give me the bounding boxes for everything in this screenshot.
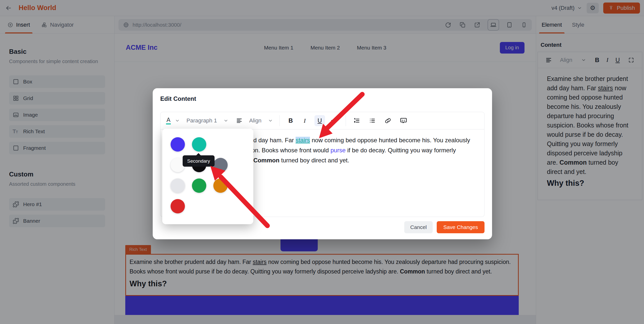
- color-picker-popup: Secondary: [162, 129, 253, 224]
- color-swatch-grid: [162, 129, 253, 213]
- cancel-button[interactable]: Cancel: [404, 221, 433, 233]
- bullet-list-icon[interactable]: [368, 115, 377, 126]
- modal-title: Edit Content: [160, 95, 196, 102]
- toolbar-divider: [279, 115, 280, 126]
- code-button[interactable]: <>: [331, 115, 339, 126]
- chevron-down-icon: [223, 118, 228, 123]
- paragraph-style-label[interactable]: Paragraph 1: [186, 117, 217, 124]
- color-swatch-primary-blue[interactable]: [171, 137, 185, 152]
- align-lines-icon: [236, 117, 243, 124]
- italic-button[interactable]: I: [300, 115, 309, 126]
- link-icon[interactable]: [384, 115, 392, 126]
- color-swatch-gray[interactable]: [213, 158, 228, 172]
- color-swatch-red[interactable]: [171, 199, 185, 213]
- underline-button-active[interactable]: U: [314, 115, 325, 126]
- text-color-button[interactable]: A: [166, 117, 180, 124]
- color-swatch-green[interactable]: [192, 178, 206, 193]
- bold-button[interactable]: B: [286, 115, 295, 126]
- chevron-down-icon: [268, 118, 273, 123]
- color-swatch-light-gray[interactable]: [171, 178, 185, 193]
- toolbar-divider: [346, 115, 346, 126]
- page-builder-app: Hello World v4 (Draft) ⚙ Publish Insert …: [0, 0, 644, 324]
- chevron-down-icon: [175, 118, 180, 123]
- ordered-list-icon[interactable]: [352, 115, 361, 126]
- align-dropdown-label[interactable]: Align: [249, 117, 261, 124]
- color-tooltip: Secondary: [183, 155, 215, 167]
- color-swatch-secondary-teal[interactable]: [192, 137, 206, 152]
- color-swatch-orange[interactable]: [213, 178, 228, 193]
- editor-toolbar: A Paragraph 1 Align B I U <>: [160, 112, 485, 129]
- save-changes-button[interactable]: Save Changes: [437, 221, 485, 233]
- text-color-icon: A: [166, 117, 171, 124]
- quote-icon[interactable]: [399, 115, 408, 126]
